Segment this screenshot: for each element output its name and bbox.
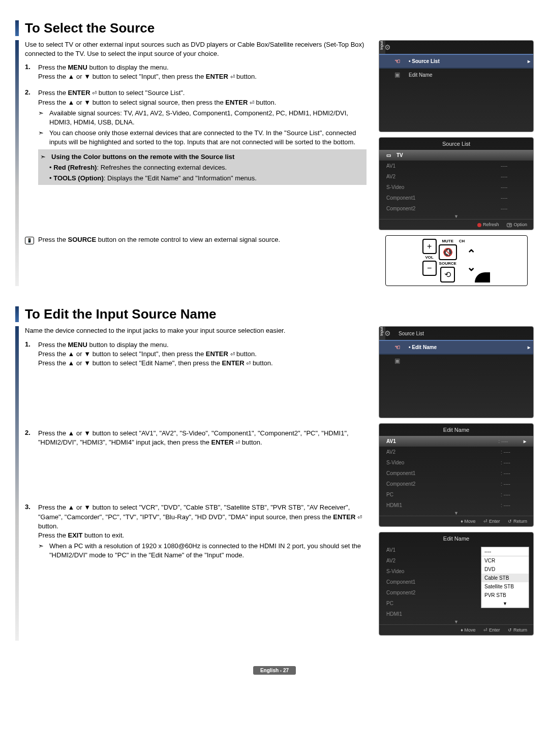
osd-source-list: Source List TV AV1---- AV2---- S-Video--… xyxy=(379,137,534,230)
edit-row[interactable]: HDMI1 xyxy=(379,609,533,619)
edit-row[interactable]: Component2: ---- xyxy=(379,479,533,489)
source-row[interactable]: Component1---- xyxy=(379,193,533,203)
vtab-input: Input xyxy=(379,327,385,340)
heading-select-source: To Select the Source xyxy=(25,20,155,36)
pic-icon xyxy=(394,71,405,78)
grey-note: • Red (Refresh): Refreshes the connectin… xyxy=(40,163,364,172)
foot-move: ♦ Move xyxy=(461,519,475,524)
dropdown-item[interactable]: VCR xyxy=(481,556,529,565)
bullet-text: You can choose only those external devic… xyxy=(49,129,367,147)
hand-icon xyxy=(394,343,405,351)
osd-edit-name-dropdown: Edit Name AV1 AV2 S-Video Component1 Com… xyxy=(379,532,534,636)
grey-note: • TOOLS (Option): Displays the "Edit Nam… xyxy=(40,174,364,183)
dropdown-item[interactable]: Cable STB xyxy=(481,574,529,582)
vol-down-button[interactable]: − xyxy=(422,261,437,276)
osd-title: Source List xyxy=(379,138,533,150)
ch-label: CH xyxy=(459,239,465,243)
dropdown[interactable]: ---- VCR DVD Cable STB Satellite STB PVR… xyxy=(481,547,529,608)
step-text: Press the EXIT button to exit. xyxy=(38,531,367,540)
bullet-text: When a PC with a resolution of 1920 x 10… xyxy=(49,542,367,560)
foot-return: ↺ Return xyxy=(508,519,527,524)
dropdown-item[interactable]: Satellite STB xyxy=(481,582,529,591)
edit-row[interactable]: AV2: ---- xyxy=(379,447,533,457)
remote-icon: 📱 xyxy=(25,237,34,244)
vol-up-button[interactable]: + xyxy=(422,239,437,254)
dropdown-item[interactable]: DVD xyxy=(481,565,529,574)
source-row[interactable]: S-Video---- xyxy=(379,182,533,193)
enter-icon: ⏎ xyxy=(250,99,254,107)
source-row[interactable]: AV2---- xyxy=(379,171,533,182)
osd-input-menu-edit: InputSource List • Edit Name▸ xyxy=(379,326,534,418)
step-text: Press the ▲ or ▼ button to select "VCR",… xyxy=(38,503,367,531)
source-row-tv[interactable]: TV xyxy=(379,150,533,161)
bullet-arrow-icon: ➣ xyxy=(38,542,49,560)
remote-diagram: + VOL − MUTE 🔇 SOURCE ⟲ CH ⌃ ⌄ xyxy=(385,235,528,286)
source-button[interactable]: ⟲ xyxy=(440,267,455,282)
mute-button[interactable]: 🔇 xyxy=(439,244,457,260)
remote-note: Press the SOURCE button on the remote co… xyxy=(38,236,280,243)
pic-icon xyxy=(394,357,405,364)
dropdown-item[interactable]: ---- xyxy=(481,547,529,556)
edit-row[interactable]: PC: ---- xyxy=(379,489,533,500)
gear-icon xyxy=(384,43,394,51)
step-text: Press the ▲ or ▼ button to select "Edit … xyxy=(38,359,367,368)
step-number: 1. xyxy=(25,63,38,81)
heading-edit-name: To Edit the Input Source Name xyxy=(25,306,217,322)
ch-down-button[interactable]: ⌄ xyxy=(467,264,476,270)
foot-move: ♦ Move xyxy=(461,627,475,633)
step-text: Press the ▲ or ▼ button to select "AV1",… xyxy=(38,429,367,447)
enter-icon: ⏎ xyxy=(230,73,235,81)
ch-up-button[interactable]: ⌃ xyxy=(467,251,476,257)
step-number: 3. xyxy=(25,503,38,560)
step-number: 2. xyxy=(25,88,38,185)
step-text: Press the ▲ or ▼ button to select signal… xyxy=(38,98,367,107)
osd-input-menu: Input • Source List▸ Edit Name xyxy=(379,40,534,132)
source-label: SOURCE xyxy=(439,261,456,266)
vtab-input: Input xyxy=(379,41,385,54)
menu-item[interactable]: Source List xyxy=(399,331,528,336)
intro-select: Use to select TV or other external input… xyxy=(25,40,367,58)
mute-label: MUTE xyxy=(442,239,453,243)
edit-row[interactable]: Component1: ---- xyxy=(379,468,533,479)
osd-title: Edit Name xyxy=(379,532,533,545)
hand-icon xyxy=(394,57,405,65)
step-number: 2. xyxy=(25,429,38,447)
step-text: Press the MENU button to display the men… xyxy=(38,340,367,350)
tv-icon xyxy=(386,152,396,158)
bullet-arrow-icon: ➣ xyxy=(38,129,49,147)
menu-item[interactable]: Edit Name xyxy=(409,72,528,78)
osd-title: Edit Name xyxy=(379,424,533,436)
enter-icon: ⏎ xyxy=(92,89,97,97)
bullet-arrow-icon: ➣ xyxy=(38,109,49,127)
edit-row[interactable]: HDMI1: ---- xyxy=(379,500,533,511)
foot-enter: ⏎ Enter xyxy=(483,627,500,633)
bullet-arrow-icon: ➣ xyxy=(40,152,51,162)
menu-item[interactable]: • Source List xyxy=(409,58,528,64)
dropdown-item[interactable]: PVR STB xyxy=(481,591,529,600)
osd-edit-name-list: Edit Name AV1: ----▸ AV2: ---- S-Video: … xyxy=(379,423,534,527)
foot-return: ↺ Return xyxy=(508,627,527,633)
step-number: 1. xyxy=(25,340,38,368)
step-text: Press the MENU button to display the men… xyxy=(38,63,367,72)
bullet-text: Available signal sources: TV, AV1, AV2, … xyxy=(49,109,367,127)
intro-edit: Name the device connected to the input j… xyxy=(25,326,367,335)
edit-row[interactable]: AV1: ----▸ xyxy=(379,436,533,447)
foot-enter: ⏎ Enter xyxy=(483,519,500,524)
source-row[interactable]: AV1---- xyxy=(379,161,533,171)
bullet-text: Using the Color buttons on the remote wi… xyxy=(51,152,364,162)
gear-icon xyxy=(384,329,394,337)
step-text: Press the ▲ or ▼ button to select "Input… xyxy=(38,350,367,359)
menu-item[interactable]: • Edit Name xyxy=(409,344,528,350)
source-row[interactable]: Component2---- xyxy=(379,203,533,214)
page-footer: English - 27 xyxy=(253,666,296,675)
step-text: Press the ENTER ⏎ button to select "Sour… xyxy=(38,88,367,98)
foot-option[interactable]: ⚒Option xyxy=(507,222,527,227)
step-text: Press the ▲ or ▼ button to select "Input… xyxy=(38,72,367,81)
edit-row[interactable]: S-Video: ---- xyxy=(379,457,533,468)
vol-label: VOL xyxy=(425,255,433,260)
foot-refresh[interactable]: Refresh xyxy=(477,222,499,227)
